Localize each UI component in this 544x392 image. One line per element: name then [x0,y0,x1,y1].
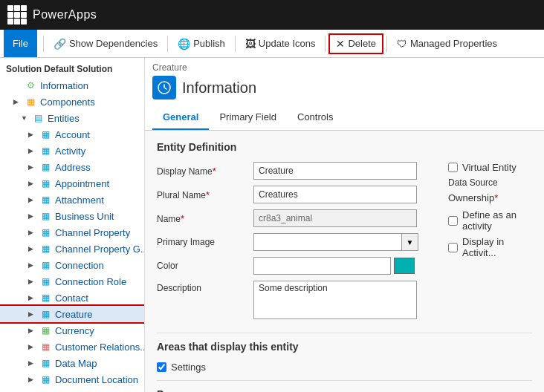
divider1 [157,333,532,333]
channel-property-arrow: ▶ [28,229,36,236]
sidebar-item-connection-role[interactable]: ▶ ▦ Connection Role [0,273,144,290]
sidebar-item-document-location[interactable]: ▶ ▦ Document Location [0,371,144,388]
virtual-entity-label: Virtual Entity [462,162,517,173]
data-map-arrow: ▶ [28,359,36,367]
address-icon: ▦ [39,161,51,173]
data-source-label: Data Source [448,177,532,188]
entities-icon: ▤ [32,112,44,124]
virtual-entity-row: Virtual Entity [448,162,532,173]
appointment-icon: ▦ [39,177,51,189]
color-label: Color [157,261,253,271]
display-in-activity-checkbox[interactable] [448,243,458,252]
define-as-activity-row: Define as an activity [448,209,532,232]
settings-checkbox[interactable] [157,362,166,372]
define-as-activity-checkbox[interactable] [448,216,458,226]
breadcrumb: Creature [145,58,544,74]
app-grid-icon[interactable] [7,5,27,24]
process-section-title: Process [157,388,532,392]
plural-name-input[interactable] [253,186,417,203]
sidebar-item-address[interactable]: ▶ ▦ Address [0,159,144,175]
sidebar-item-channel-property[interactable]: ▶ ▦ Channel Property [0,224,144,241]
sidebar-item-contact[interactable]: ▶ ▦ Contact [0,290,144,306]
page-title: Information [182,79,256,97]
plural-name-label: Plural Name* [157,189,253,200]
sidebar-item-entities[interactable]: ▼ ▤ Entities [0,110,144,126]
attachment-arrow: ▶ [28,196,36,203]
tab-controls[interactable]: Controls [287,105,343,130]
sidebar-item-activity[interactable]: ▶ ▦ Activity [0,143,144,159]
channel-property-icon: ▦ [39,226,51,238]
sidebar-item-data-map[interactable]: ▶ ▦ Data Map [0,355,144,371]
primary-image-dropdown: ▼ [253,233,418,251]
business-unit-arrow: ▶ [28,212,36,220]
activity-icon: ▦ [39,145,51,157]
sidebar-item-account[interactable]: ▶ ▦ Account [0,126,144,143]
sidebar: Solution Default Solution ⚙ Information … [0,58,145,392]
sidebar-item-creature[interactable]: ▶ ▦ Creature [0,306,144,322]
areas-section-title: Areas that display this entity [157,341,532,353]
channel-property-g-arrow: ▶ [28,245,36,252]
data-map-icon: ▦ [39,357,51,369]
description-row: Description Some description [157,281,418,319]
toolbar-separator5 [386,36,387,52]
sidebar-item-currency[interactable]: ▶ ▦ Currency [0,322,144,339]
publish-icon: 🌐 [178,38,190,50]
primary-image-input[interactable] [253,233,402,251]
color-input[interactable] [253,257,391,275]
sidebar-item-appointment[interactable]: ▶ ▦ Appointment [0,175,144,192]
sidebar-item-components[interactable]: ▶ ▦ Components [0,94,144,110]
business-unit-icon: ▦ [39,210,51,222]
main-header: Creature Information General Primary Fie… [145,58,544,131]
activity-arrow: ▶ [28,147,36,154]
sidebar-item-information[interactable]: ⚙ Information [0,77,144,94]
delete-icon: ✕ [336,38,345,50]
divider2 [157,380,532,381]
display-name-label: Display Name* [157,166,253,177]
display-in-activity-row: Display in Activit... [448,236,532,258]
file-button[interactable]: File [4,30,37,57]
customer-relations-arrow: ▶ [28,343,36,350]
managed-properties-button[interactable]: 🛡 Managed Properties [390,33,504,54]
settings-label: Settings [171,362,206,373]
show-dependencies-button[interactable]: 🔗 Show Dependencies [47,33,164,54]
sidebar-item-attachment[interactable]: ▶ ▦ Attachment [0,192,144,208]
channel-property-g-icon: ▦ [39,243,51,255]
page-title-icon [152,76,176,99]
sidebar-item-connection[interactable]: ▶ ▦ Connection [0,257,144,273]
sidebar-item-customer-relations[interactable]: ▶ ▦ Customer Relations... [0,339,144,355]
contact-arrow: ▶ [28,294,36,301]
color-swatch[interactable] [394,258,415,274]
update-icons-button[interactable]: 🖼 Update Icons [239,33,323,54]
connection-icon: ▦ [39,259,51,271]
account-arrow: ▶ [28,131,36,138]
show-dependencies-icon: 🔗 [54,38,66,50]
top-bar: PowerApps [0,0,544,30]
form-area: Entity Definition Display Name* Plural N… [145,131,544,392]
currency-icon: ▦ [39,324,51,336]
update-icons-icon: 🖼 [245,38,256,50]
primary-image-dropdown-btn[interactable]: ▼ [402,233,418,251]
name-input[interactable] [253,209,417,227]
tab-general[interactable]: General [152,105,209,130]
page-title-area: Information [145,74,544,105]
delete-button[interactable]: ✕ Delete [328,33,383,54]
sidebar-item-channel-property-g[interactable]: ▶ ▦ Channel Property G... [0,241,144,257]
toolbar-separator3 [235,36,236,52]
sidebar-item-business-unit[interactable]: ▶ ▦ Business Unit [0,208,144,224]
define-as-activity-label: Define as an activity [462,209,532,232]
tab-primary-field[interactable]: Primary Field [209,105,287,130]
toolbar-separator4 [325,36,326,52]
sidebar-scroll[interactable]: ⚙ Information ▶ ▦ Components ▼ ▤ Entitie… [0,77,144,392]
color-row: Color [157,257,418,275]
virtual-entity-checkbox[interactable] [448,163,458,172]
ownership-label: Ownership* [448,192,532,203]
document-location-icon: ▦ [39,373,51,385]
creature-icon: ▦ [39,308,51,320]
display-name-input[interactable] [253,162,417,180]
display-in-activity-label: Display in Activit... [462,236,532,258]
description-input[interactable]: Some description [253,281,417,319]
entity-definition-title: Entity Definition [157,141,532,153]
address-arrow: ▶ [28,163,36,171]
publish-button[interactable]: 🌐 Publish [171,33,232,54]
account-icon: ▦ [39,128,51,140]
